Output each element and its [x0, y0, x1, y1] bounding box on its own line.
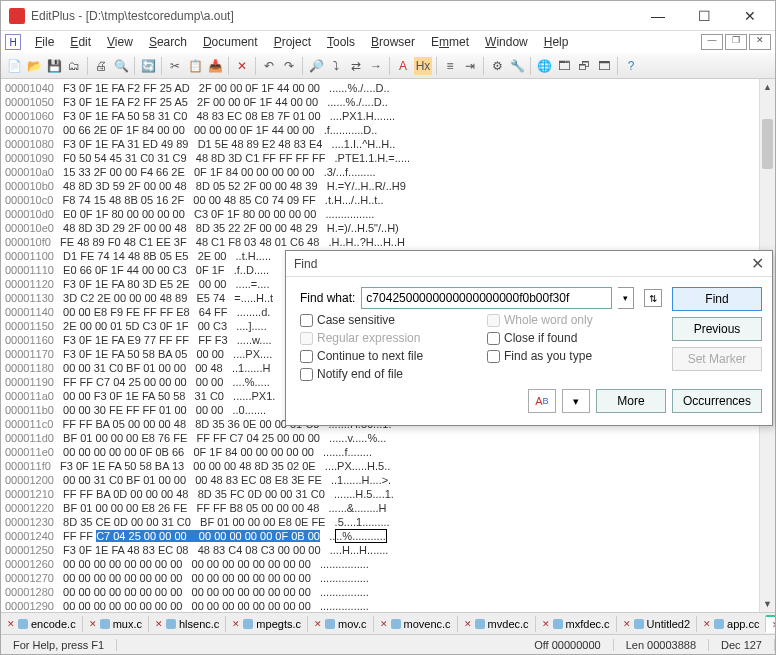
mdi-restore-button[interactable]: ❐ [725, 34, 747, 50]
find-history-dropdown[interactable]: ▾ [618, 287, 634, 309]
hex-row[interactable]: 00001090 F0 50 54 45 31 C0 31 C9 48 8D 3… [5, 151, 771, 165]
menu-browser[interactable]: Browser [363, 33, 423, 51]
tab-mvdec-c[interactable]: ✕mvdec.c [458, 616, 536, 632]
new-icon[interactable]: 📄 [5, 57, 23, 75]
hex-row[interactable]: 00001290 00 00 00 00 00 00 00 00 00 00 0… [5, 599, 771, 612]
printpreview-icon[interactable]: 🔍 [112, 57, 130, 75]
reload-icon[interactable]: 🔄 [139, 57, 157, 75]
hex-row[interactable]: 000010c0 F8 74 15 48 8B 05 16 2F 00 00 4… [5, 193, 771, 207]
tab-a-out[interactable]: ✕a.out [766, 615, 775, 633]
hex-row[interactable]: 000010f0 FE 48 89 F0 48 C1 EE 3F 48 C1 F… [5, 235, 771, 249]
tab-encode-c[interactable]: ✕encode.c [1, 616, 83, 632]
continue-next-file-checkbox[interactable]: Continue to next file [300, 349, 475, 363]
scroll-thumb[interactable] [762, 119, 773, 169]
hex-row[interactable]: 00001280 00 00 00 00 00 00 00 00 00 00 0… [5, 585, 771, 599]
tab-close-icon[interactable]: ✕ [232, 619, 240, 629]
tab-close-icon[interactable]: ✕ [772, 620, 775, 630]
tab-movenc-c[interactable]: ✕movenc.c [374, 616, 458, 632]
hex-row[interactable]: 00001230 8D 35 CE 0D 00 00 31 C0 BF 01 0… [5, 515, 771, 529]
findnext-icon[interactable]: ⤵ [327, 57, 345, 75]
scroll-up-icon[interactable]: ▲ [760, 79, 775, 95]
hex-row[interactable]: 00001270 00 00 00 00 00 00 00 00 00 00 0… [5, 571, 771, 585]
font-icon[interactable]: A [394, 57, 412, 75]
find-as-you-type-checkbox[interactable]: Find as you type [487, 349, 662, 363]
tab-mpegts-c[interactable]: ✕mpegts.c [226, 616, 308, 632]
cut-icon[interactable]: ✂ [166, 57, 184, 75]
saveall-icon[interactable]: 🗂 [65, 57, 83, 75]
close-if-found-checkbox[interactable]: Close if found [487, 331, 662, 345]
hex-row[interactable]: 00001220 BF 01 00 00 00 E8 26 FE FF FF B… [5, 501, 771, 515]
more-button[interactable]: More [596, 389, 666, 413]
menu-file[interactable]: File [27, 33, 62, 51]
goto-icon[interactable]: → [367, 57, 385, 75]
save-icon[interactable]: 💾 [45, 57, 63, 75]
find-icon[interactable]: 🔎 [307, 57, 325, 75]
mdi-close-button[interactable]: ✕ [749, 34, 771, 50]
menu-document[interactable]: Document [195, 33, 266, 51]
tab-mux-c[interactable]: ✕mux.c [83, 616, 149, 632]
replace-icon[interactable]: ⇄ [347, 57, 365, 75]
browser2-icon[interactable]: 🗔 [555, 57, 573, 75]
find-what-input[interactable] [361, 287, 612, 309]
find-ab-button[interactable]: AB [528, 389, 556, 413]
settings-icon[interactable]: ⚙ [488, 57, 506, 75]
minimize-button[interactable]: — [635, 2, 681, 30]
browser4-icon[interactable]: 🗖 [595, 57, 613, 75]
delete-icon[interactable]: ✕ [233, 57, 251, 75]
hex-row[interactable]: 00001240 FF FF C7 04 25 00 00 00 00 00 0… [5, 529, 771, 543]
previous-button[interactable]: Previous [672, 317, 762, 341]
find-close-icon[interactable]: ✕ [751, 254, 764, 273]
hex-row[interactable]: 00001210 FF FF BA 0D 00 00 00 48 8D 35 F… [5, 487, 771, 501]
hex-row[interactable]: 00001200 00 00 31 C0 BF 01 00 00 00 48 8… [5, 473, 771, 487]
hex-row[interactable]: 00001260 00 00 00 00 00 00 00 00 00 00 0… [5, 557, 771, 571]
hex-row[interactable]: 00001050 F3 0F 1E FA F2 FF 25 A5 2F 00 0… [5, 95, 771, 109]
tab-close-icon[interactable]: ✕ [464, 619, 472, 629]
hexview-icon[interactable]: Hx [414, 57, 432, 75]
hex-row[interactable]: 000010a0 15 33 2F 00 00 F4 66 2E 0F 1F 8… [5, 165, 771, 179]
tab-hlsenc-c[interactable]: ✕hlsenc.c [149, 616, 226, 632]
open-icon[interactable]: 📂 [25, 57, 43, 75]
paste-icon[interactable]: 📥 [206, 57, 224, 75]
hex-row[interactable]: 000011f0 F3 0F 1E FA 50 58 BA 13 00 00 0… [5, 459, 771, 473]
menu-search[interactable]: Search [141, 33, 195, 51]
tab-close-icon[interactable]: ✕ [7, 619, 15, 629]
find-swap-button[interactable]: ⇅ [644, 289, 662, 307]
redo-icon[interactable]: ↷ [280, 57, 298, 75]
browser1-icon[interactable]: 🌐 [535, 57, 553, 75]
hex-row[interactable]: 00001080 F3 0F 1E FA 31 ED 49 89 D1 5E 4… [5, 137, 771, 151]
tab-close-icon[interactable]: ✕ [380, 619, 388, 629]
tab-close-icon[interactable]: ✕ [314, 619, 322, 629]
hex-mode-icon[interactable]: H [5, 34, 21, 50]
tab-Untitled2[interactable]: ✕Untitled2 [617, 616, 697, 632]
tools-icon[interactable]: 🔧 [508, 57, 526, 75]
find-expand-button[interactable]: ▾ [562, 389, 590, 413]
menu-emmet[interactable]: Emmet [423, 33, 477, 51]
hex-row[interactable]: 00001060 F3 0F 1E FA 50 58 31 C0 48 83 E… [5, 109, 771, 123]
hex-row[interactable]: 000010b0 48 8D 3D 59 2F 00 00 48 8D 05 5… [5, 179, 771, 193]
menu-view[interactable]: View [99, 33, 141, 51]
close-button[interactable]: ✕ [727, 2, 773, 30]
menu-edit[interactable]: Edit [62, 33, 99, 51]
hex-row[interactable]: 000011e0 00 00 00 00 00 0F 0B 66 0F 1F 8… [5, 445, 771, 459]
menu-help[interactable]: Help [536, 33, 577, 51]
menu-project[interactable]: Project [266, 33, 319, 51]
hex-row[interactable]: 00001070 00 66 2E 0F 1F 84 00 00 00 00 0… [5, 123, 771, 137]
case-sensitive-checkbox[interactable]: Case sensitive [300, 313, 475, 327]
notify-eof-checkbox[interactable]: Notify end of file [300, 367, 475, 381]
tab-close-icon[interactable]: ✕ [623, 619, 631, 629]
indent-icon[interactable]: ⇥ [461, 57, 479, 75]
occurrences-button[interactable]: Occurrences [672, 389, 762, 413]
wrap-icon[interactable]: ≡ [441, 57, 459, 75]
hex-row[interactable]: 00001040 F3 0F 1E FA F2 FF 25 AD 2F 00 0… [5, 81, 771, 95]
copy-icon[interactable]: 📋 [186, 57, 204, 75]
hex-row[interactable]: 000011d0 BF 01 00 00 00 E8 76 FE FF FF C… [5, 431, 771, 445]
mdi-minimize-button[interactable]: — [701, 34, 723, 50]
find-button[interactable]: Find [672, 287, 762, 311]
scroll-down-icon[interactable]: ▼ [760, 596, 775, 612]
tab-mxfdec-c[interactable]: ✕mxfdec.c [536, 616, 617, 632]
menu-tools[interactable]: Tools [319, 33, 363, 51]
print-icon[interactable]: 🖨 [92, 57, 110, 75]
tab-mov-c[interactable]: ✕mov.c [308, 616, 374, 632]
hex-row[interactable]: 00001250 F3 0F 1E FA 48 83 EC 08 48 83 C… [5, 543, 771, 557]
browser3-icon[interactable]: 🗗 [575, 57, 593, 75]
